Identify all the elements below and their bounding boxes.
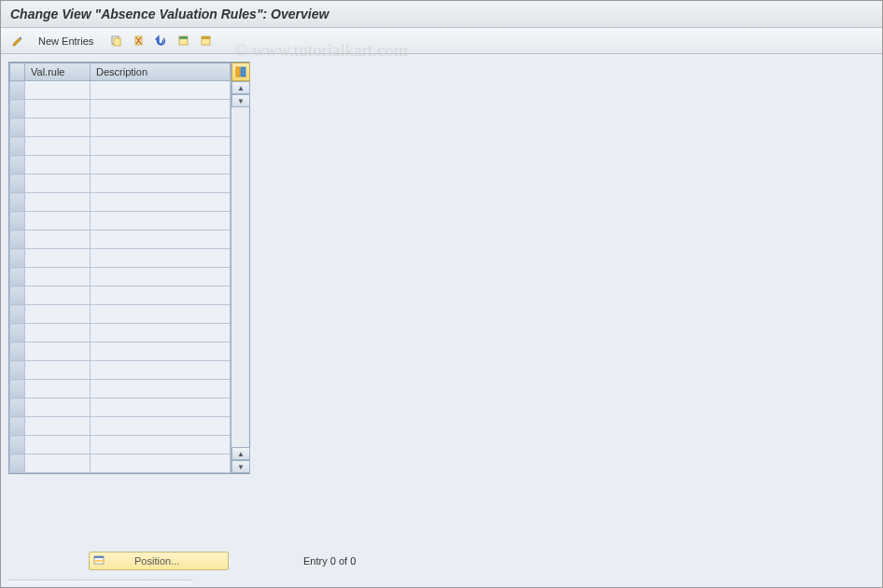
position-button[interactable]: Position...: [89, 552, 229, 570]
select-all-icon[interactable]: [174, 32, 192, 50]
row-selector[interactable]: [10, 380, 25, 399]
cell-val-rule[interactable]: [25, 156, 91, 175]
cell-val-rule[interactable]: [25, 81, 91, 100]
scroll-track[interactable]: [231, 107, 249, 447]
column-header-val-rule[interactable]: Val.rule: [25, 63, 91, 81]
table-row: [10, 81, 231, 100]
cell-description[interactable]: [91, 100, 231, 119]
cell-description[interactable]: [91, 193, 231, 212]
row-selector[interactable]: [10, 175, 25, 193]
cell-description[interactable]: [91, 268, 231, 287]
svg-rect-4: [179, 36, 188, 39]
table-row: [10, 137, 231, 156]
row-selector[interactable]: [10, 156, 25, 175]
row-selector[interactable]: [10, 268, 25, 287]
cell-description[interactable]: [91, 231, 231, 249]
toggle-display-change-icon[interactable]: [8, 32, 27, 50]
cell-val-rule[interactable]: [25, 399, 91, 417]
deselect-all-icon[interactable]: [196, 32, 215, 50]
cell-description[interactable]: [91, 249, 231, 268]
cell-val-rule[interactable]: [25, 324, 91, 343]
content-area: Val.rule Description ▲ ▼ ▲ ▼: [1, 54, 882, 482]
cell-description[interactable]: [91, 455, 231, 473]
row-selector[interactable]: [10, 100, 25, 119]
table-row: [10, 380, 231, 399]
position-icon: [93, 555, 106, 567]
cell-val-rule[interactable]: [25, 287, 91, 305]
cell-val-rule[interactable]: [25, 249, 91, 268]
table-settings-icon[interactable]: [231, 63, 250, 81]
row-selector[interactable]: [10, 193, 25, 212]
undo-change-icon[interactable]: [151, 32, 170, 50]
table-row: [10, 100, 231, 119]
svg-rect-11: [94, 560, 104, 562]
row-selector[interactable]: [10, 361, 25, 380]
scroll-up-bottom-button[interactable]: ▲: [231, 447, 250, 460]
cell-description[interactable]: [91, 156, 231, 175]
svg-rect-6: [202, 36, 210, 39]
row-selector[interactable]: [10, 417, 25, 436]
cell-val-rule[interactable]: [25, 175, 91, 193]
row-selector[interactable]: [10, 231, 25, 249]
cell-description[interactable]: [91, 417, 231, 436]
column-header-description[interactable]: Description: [91, 63, 231, 81]
cell-description[interactable]: [91, 175, 231, 193]
copy-as-icon[interactable]: [106, 32, 125, 50]
table-row: [10, 249, 231, 268]
table-row: [10, 417, 231, 436]
cell-val-rule[interactable]: [25, 193, 91, 212]
cell-val-rule[interactable]: [25, 212, 91, 231]
delete-icon[interactable]: [129, 32, 147, 50]
cell-val-rule[interactable]: [25, 100, 91, 119]
toolbar: New Entries: [1, 28, 882, 54]
cell-val-rule[interactable]: [25, 137, 91, 156]
cell-val-rule[interactable]: [25, 455, 91, 473]
table-row: [10, 119, 231, 137]
cell-description[interactable]: [91, 287, 231, 305]
cell-val-rule[interactable]: [25, 380, 91, 399]
cell-description[interactable]: [91, 361, 231, 380]
entry-status: Entry 0 of 0: [303, 555, 356, 567]
row-selector[interactable]: [10, 137, 25, 156]
table-row: [10, 175, 231, 193]
row-selector[interactable]: [10, 212, 25, 231]
scroll-down-button[interactable]: ▼: [231, 94, 250, 107]
table-row: [10, 436, 231, 455]
row-selector[interactable]: [10, 119, 25, 137]
cell-description[interactable]: [91, 81, 231, 100]
row-selector[interactable]: [10, 324, 25, 343]
scroll-up-button[interactable]: ▲: [231, 81, 250, 94]
row-selector[interactable]: [10, 81, 25, 100]
row-selector[interactable]: [10, 455, 25, 473]
row-selector[interactable]: [10, 287, 25, 305]
cell-val-rule[interactable]: [25, 343, 91, 361]
row-selector[interactable]: [10, 436, 25, 455]
cell-description[interactable]: [91, 119, 231, 137]
cell-description[interactable]: [91, 305, 231, 324]
svg-rect-7: [236, 67, 240, 77]
cell-description[interactable]: [91, 343, 231, 361]
cell-description[interactable]: [91, 137, 231, 156]
cell-val-rule[interactable]: [25, 305, 91, 324]
cell-val-rule[interactable]: [25, 417, 91, 436]
cell-val-rule[interactable]: [25, 119, 91, 137]
cell-val-rule[interactable]: [25, 268, 91, 287]
cell-val-rule[interactable]: [25, 436, 91, 455]
cell-val-rule[interactable]: [25, 361, 91, 380]
cell-description[interactable]: [91, 399, 231, 417]
cell-description[interactable]: [91, 436, 231, 455]
row-selector[interactable]: [10, 343, 25, 361]
cell-description[interactable]: [91, 380, 231, 399]
table-row: [10, 305, 231, 324]
row-selector[interactable]: [10, 399, 25, 417]
new-entries-button[interactable]: New Entries: [33, 34, 99, 49]
cell-description[interactable]: [91, 212, 231, 231]
select-all-column-header[interactable]: [10, 63, 25, 81]
table-row: [10, 343, 231, 361]
svg-rect-1: [114, 38, 120, 46]
row-selector[interactable]: [10, 249, 25, 268]
cell-description[interactable]: [91, 324, 231, 343]
row-selector[interactable]: [10, 305, 25, 324]
scroll-down-bottom-button[interactable]: ▼: [231, 460, 250, 473]
cell-val-rule[interactable]: [25, 231, 91, 249]
